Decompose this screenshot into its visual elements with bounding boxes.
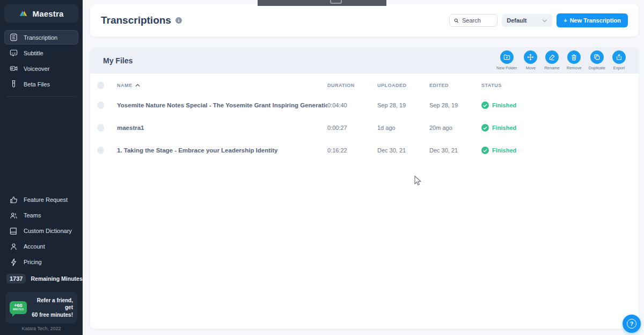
row-checkbox[interactable] (97, 101, 104, 109)
file-name[interactable]: Yosemite Nature Notes Special - The Yose… (117, 102, 327, 108)
column-header-name[interactable]: NAME (117, 83, 327, 88)
sidebar-item-label: Transcription (24, 34, 57, 41)
row-checkbox[interactable] (97, 147, 104, 154)
move-label: Move (526, 65, 536, 70)
referral-card[interactable]: +60 MINUTES Refer a friend, get 60 free … (5, 292, 77, 324)
sidebar-item-label: Teams (24, 212, 41, 219)
select-all-checkbox[interactable] (97, 82, 104, 89)
sidebar-item-feature-request[interactable]: Feature Request (4, 193, 78, 207)
sidebar-item-label: Account (24, 243, 45, 250)
remove-button[interactable]: Remove (567, 50, 582, 70)
search-icon (454, 18, 459, 24)
duplicate-label: Duplicate (589, 65, 605, 70)
table-row[interactable]: maestra1 0:00:27 1d ago 20m ago Finished (90, 116, 639, 139)
column-header-duration[interactable]: DURATION (327, 83, 377, 88)
maestra-logo-icon (19, 9, 28, 18)
test-tube-icon (9, 79, 18, 89)
new-transcription-button[interactable]: + New Transcription (557, 13, 628, 27)
move-icon (527, 54, 534, 61)
column-header-uploaded[interactable]: UPLOADED (377, 83, 429, 88)
app-logo[interactable]: Maestra (4, 4, 78, 23)
sidebar-item-label: Subtitle (24, 50, 43, 56)
bonus-minutes-unit: MINUTES (13, 308, 24, 311)
row-checkbox[interactable] (97, 124, 104, 132)
chevron-down-icon (542, 19, 547, 23)
search-input[interactable] (462, 17, 493, 24)
bonus-minutes-badge: +60 MINUTES (10, 301, 27, 314)
copyright-footer: Katara Tech, 2022 (0, 326, 83, 331)
referral-text: Refer a friend, get 60 free minutes! (31, 297, 73, 319)
bonus-minutes-value: +60 (14, 303, 22, 308)
file-duration: 0:16:22 (327, 147, 377, 154)
files-toolbar: New Folder Move Rename (496, 50, 626, 70)
new-folder-button[interactable]: New Folder (496, 50, 517, 70)
status-text: Finished (492, 102, 516, 108)
sidebar-item-label: Pricing (24, 259, 42, 265)
duplicate-button[interactable]: Duplicate (589, 50, 605, 70)
thumbs-up-icon (9, 195, 18, 205)
file-duration: 0:04:40 (327, 102, 377, 108)
file-edited: Sep 28, 19 (429, 102, 481, 108)
sidebar-item-pricing[interactable]: Pricing (4, 255, 78, 270)
file-uploaded: Dec 30, 21 (377, 147, 429, 154)
files-section-title: My Files (103, 56, 133, 65)
status-badge: Finished (481, 147, 639, 154)
new-folder-label: New Folder (496, 65, 517, 70)
export-button[interactable]: Export (612, 50, 626, 70)
sidebar-item-beta-files[interactable]: Beta Files (4, 77, 78, 91)
transcription-icon (9, 33, 18, 42)
files-header: My Files New Folder Move (90, 47, 639, 74)
status-badge: Finished (481, 124, 639, 132)
move-button[interactable]: Move (524, 50, 537, 70)
sidebar: Maestra Transcription Subtitle Voice (0, 0, 83, 335)
check-circle-icon (481, 147, 489, 154)
sidebar-divider (6, 96, 76, 97)
file-edited: Dec 30, 21 (429, 147, 481, 154)
file-uploaded: 1d ago (377, 125, 429, 131)
column-header-edited[interactable]: EDITED (429, 83, 481, 88)
subtitle-icon (9, 48, 18, 57)
header-controls: Default + New Transcription (449, 13, 628, 27)
check-circle-icon (481, 124, 489, 132)
upload-icon (616, 54, 623, 61)
status-badge: Finished (481, 101, 639, 109)
page-title: Transcriptions (101, 14, 171, 26)
file-uploaded: Sep 28, 19 (377, 102, 429, 108)
rename-label: Rename (544, 65, 559, 70)
sidebar-item-teams[interactable]: Teams (4, 208, 78, 223)
referral-line2: 60 free minutes! (31, 311, 73, 319)
help-button[interactable]: ? (623, 315, 641, 333)
sidebar-item-account[interactable]: Account (4, 239, 78, 254)
page-header: Transcriptions i Default + New Transcrip… (90, 4, 639, 37)
remove-label: Remove (567, 65, 582, 70)
sidebar-item-custom-dictionary[interactable]: Custom Dictionary (4, 224, 78, 238)
question-mark-icon: ? (627, 319, 636, 329)
remaining-minutes: 1737 Remaining Minutes (0, 271, 83, 287)
folder-filter-dropdown[interactable]: Default (502, 14, 552, 27)
status-text: Finished (492, 147, 516, 154)
file-name[interactable]: maestra1 (117, 125, 327, 131)
sidebar-item-label: Beta Files (24, 81, 50, 88)
browser-fullscreen-toast (258, 0, 386, 6)
copy-icon (594, 54, 601, 61)
folder-filter-value: Default (507, 17, 526, 24)
search-box[interactable] (449, 14, 497, 27)
file-name[interactable]: 1. Taking the Stage - Embrace your Leade… (117, 147, 327, 154)
teams-icon (9, 211, 18, 220)
sidebar-bottom-nav: Feature Request Teams Custom Dictionary (0, 192, 83, 335)
info-icon[interactable]: i (175, 17, 182, 24)
sidebar-item-subtitle[interactable]: Subtitle (4, 46, 78, 60)
plus-icon: + (564, 17, 567, 24)
sort-asc-icon (135, 84, 140, 87)
table-row[interactable]: 1. Taking the Stage - Embrace your Leade… (90, 139, 639, 162)
person-icon (9, 242, 18, 251)
sidebar-item-voiceover[interactable]: Voiceover (4, 61, 78, 76)
export-label: Export (613, 65, 625, 70)
column-header-status[interactable]: STATUS (481, 83, 639, 88)
check-circle-icon (481, 101, 489, 109)
sidebar-item-transcription[interactable]: Transcription (4, 30, 78, 45)
app-logo-text: Maestra (32, 9, 63, 18)
rename-button[interactable]: Rename (544, 50, 559, 70)
fullscreen-rect-icon (330, 0, 342, 4)
table-row[interactable]: Yosemite Nature Notes Special - The Yose… (90, 94, 639, 116)
